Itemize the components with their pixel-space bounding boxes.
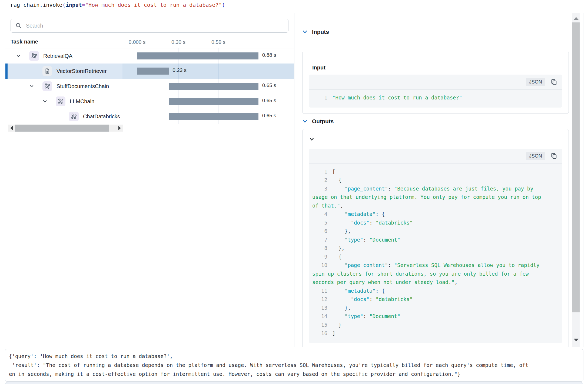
task-name-label: ChatDatabricks [83,113,120,120]
duration-label: 0.88 s [262,52,276,58]
code-line: spin up clusters for short durations, so… [312,270,559,278]
task-rows: RetrievalQA0.88 sVectorStoreRetriever0.2… [5,48,294,124]
search-box[interactable] [11,19,288,33]
result-text-line: {'query': 'How much does it cost to run … [9,352,579,361]
inputs-section-header[interactable]: Inputs [302,29,569,35]
task-name-column-header: Task name [11,39,38,45]
code-line: 11 "metadata": { [312,287,559,295]
time-tick-label: 0.59 s [211,39,225,45]
code-line: usage on that underlying platform. You o… [312,193,559,202]
task-name-label: StuffDocumentsChain [57,83,109,89]
task-tree-pane: Task name 0.000 s0.30 s0.59 s RetrievalQ… [5,13,294,347]
task-row-retrievalqa[interactable]: RetrievalQA0.88 s [5,48,294,64]
outputs-section-header[interactable]: Outputs [302,118,569,125]
tree-expand-chevron-icon[interactable] [15,53,22,59]
copy-icon[interactable] [550,78,558,86]
trace-viewer: Task name 0.000 s0.30 s0.59 s RetrievalQ… [5,13,583,347]
duration-bar [169,113,258,120]
tree-expand-chevron-icon [28,68,35,74]
duration-bar [137,68,169,75]
code-line: 1"How much does it cost to run a databas… [312,94,559,102]
input-code-block: JSON 1"How much does it cost to run a da… [309,75,562,108]
code-line: 13 }, [312,304,559,312]
span-details-pane: Inputs Input JSON 1"How much does [294,13,584,347]
code-line: 10 "page_content": "Serverless SQL Wareh… [312,261,559,270]
next-cell-edge [5,382,583,384]
code-line: 14 "type": "Document" [312,312,559,321]
json-format-toggle[interactable]: JSON [526,152,545,160]
tree-expand-chevron-icon [55,113,61,120]
search-icon [15,22,22,29]
input-card: Input JSON 1"How much does it cost to ru… [302,51,569,114]
chain-node-icon [56,96,65,106]
cell-output-result: {'query': 'How much does it cost to run … [5,349,583,382]
search-input[interactable] [26,23,288,29]
result-text-line: 'result': "The cost of running a databas… [9,361,579,370]
code-line: 8 }, [312,244,559,253]
duration-bar [137,52,258,59]
copy-icon[interactable] [550,152,558,160]
code-line: 1[ [312,168,559,176]
code-line: 5 "docs": "databricks" [312,219,559,227]
code-line: 16] [312,329,559,338]
code-line: 2 { [312,176,559,185]
duration-label: 0.65 s [262,113,276,119]
task-row-stuffdocumentschain[interactable]: StuffDocumentsChain0.65 s [5,79,294,94]
code-line: of that.", [312,202,559,210]
chevron-down-icon[interactable] [302,29,308,35]
code-line: 12 "docs": "databricks" [312,295,559,304]
code-line: 4 "metadata": { [312,210,559,219]
collapse-chevron-icon[interactable] [309,136,314,142]
time-tick-label: 0.000 s [129,39,145,45]
code-line: seconds per query when not under steady … [312,278,559,287]
horizontal-scrollbar[interactable] [8,125,123,132]
result-text-line: en in seconds, making it a cost-effectiv… [9,370,579,379]
duration-label: 0.23 s [172,67,187,73]
json-format-toggle[interactable]: JSON [526,78,545,86]
duration-label: 0.65 s [262,82,276,88]
task-row-chatdatabricks[interactable]: ChatDatabricks0.65 s [5,109,294,124]
outputs-section-title: Outputs [312,118,334,125]
tree-expand-chevron-icon[interactable] [28,83,35,89]
task-name-label: VectorStoreRetriever [57,68,107,74]
horizontal-scrollbar-thumb[interactable] [15,125,109,132]
scroll-right-button[interactable] [116,125,123,132]
duration-bar [169,98,258,105]
duration-bar [169,83,258,90]
duration-label: 0.65 s [262,98,276,103]
task-name-label: RetrievalQA [43,53,72,59]
retriever-document-icon [42,66,52,76]
input-field-label: Input [312,65,562,71]
chain-node-icon [69,112,79,121]
time-tick-label: 0.30 s [171,39,185,45]
inputs-section-title: Inputs [312,29,329,35]
scroll-down-button[interactable] [574,339,579,341]
gantt-header: Task name 0.000 s0.30 s0.59 s [5,39,294,48]
vertical-scrollbar[interactable] [572,13,580,347]
vertical-scrollbar-thumb[interactable] [572,22,580,312]
chain-node-icon [42,81,52,91]
chain-node-icon [29,51,39,61]
notebook-code-line: rag_chain.invoke(input="How much does it… [10,1,225,8]
task-name-label: LLMChain [70,98,94,105]
code-line: 9 { [312,253,559,261]
code-line: 3 "page_content": "Because databases are… [312,185,559,193]
scroll-left-button[interactable] [8,125,15,132]
tree-expand-chevron-icon[interactable] [42,98,48,105]
output-code-block: JSON 1[2 {3 "page_content": "Because dat… [309,149,562,343]
chevron-down-icon[interactable] [302,119,308,124]
outputs-card: JSON 1[2 {3 "page_content": "Because dat… [302,129,569,347]
code-line: 7 "type": "Document" [312,236,559,244]
code-line: 15 } [312,321,559,329]
task-row-vectorstoreretriever[interactable]: VectorStoreRetriever0.23 s [5,64,294,79]
scroll-up-button[interactable] [574,17,579,20]
code-line: 6 }, [312,227,559,236]
task-row-llmchain[interactable]: LLMChain0.65 s [5,94,294,109]
